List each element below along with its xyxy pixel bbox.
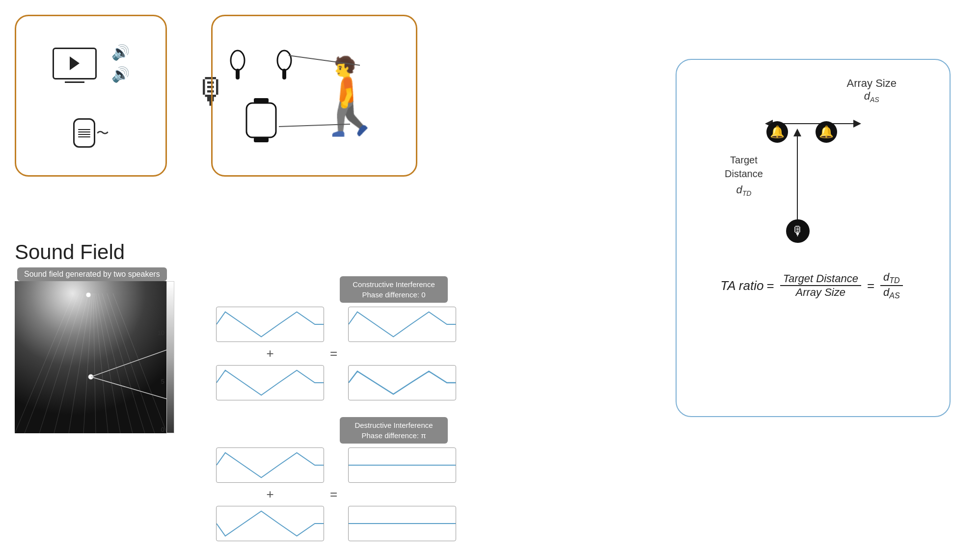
destructive-wave1-row [216,447,456,483]
wave-dresult1-svg [349,448,456,482]
plus-operator: + [216,346,324,361]
ta-ratio-box: Array Size dAS 🔔 🔔 [676,59,951,417]
speaker-line [78,134,90,135]
wave-chart-d-result2 [348,506,456,541]
destructive-op-row: + = [216,487,456,502]
sound-image-container: Sound field generated by two speakers [15,276,177,443]
walking-person-icon: 🚶 [304,59,396,132]
formula-fraction-vars: dTD dAS [880,271,903,301]
formula-var-den: dAS [880,286,903,300]
smart-speaker-container: 〜 [73,118,109,148]
destructive-label-row: Destructive Interference Phase differenc… [216,417,456,444]
wave-chart-c2 [216,365,324,400]
svg-point-24 [86,292,91,297]
colorbar [166,281,174,433]
svg-rect-10 [15,281,167,433]
constructive-label: Constructive Interference Phase differen… [340,276,448,303]
earbud-left-icon [228,47,257,86]
svg-rect-3 [282,69,286,79]
wave-chart-d-result1 [348,447,456,483]
constructive-wave2-row [216,365,456,400]
sound-field-content: Sound field generated by two speakers [15,276,456,541]
sound-field-section: Sound Field Sound field generated by two… [15,240,456,541]
formula-fraction-words: Target Distance Array Size [780,272,861,299]
target-distance-var: dTD [725,183,763,199]
speaker-wave-icon: 〜 [96,125,109,142]
wave-c2-svg [217,366,324,400]
target-distance-label: Target Distance dTD [725,153,763,199]
speaker-line [78,131,90,132]
wave-cresult1-svg [349,307,456,342]
formula-eq2: = [867,278,874,293]
wave-cresult2-svg [349,366,456,400]
svg-rect-6 [254,137,269,142]
smart-speaker-row: 〜 [73,118,109,148]
colorbar-container: 15 10 5 0 [158,281,174,433]
speaker-left-badge: 🔔 [766,121,788,143]
wave-charts: Constructive Interference Phase differen… [216,276,456,541]
ta-diagram: Array Size dAS 🔔 🔔 [720,75,906,261]
colorbar-low: 5 [158,378,164,385]
colorbar-mid: 10 [158,329,164,337]
constructive-op-row: + = [216,346,456,361]
formula-row: TA ratio = Target Distance Array Size = … [720,271,905,301]
wave-d2-svg [217,506,324,541]
colorbar-min: 0 [158,426,164,433]
wave-chart-c-result1 [348,307,456,342]
svg-point-2 [277,51,291,70]
wave-dresult2-svg [349,506,456,541]
destructive-label: Destructive Interference Phase differenc… [340,417,448,444]
device-box: 🔊 🔊 〜 [15,15,167,177]
wave-chart-c-result2 [348,365,456,400]
speaker-lines [78,129,90,137]
equals-operator: = [330,346,336,361]
svg-rect-1 [236,69,240,79]
wearable-box: 🚶 [211,15,417,177]
speaker-left-icon: 🔔 [766,121,788,143]
formula-prefix: TA ratio [720,278,763,293]
wave-d1-svg [217,448,324,482]
earbuds-group [228,47,294,86]
speaker-icon-1: 🔊 [111,44,130,61]
wave-chart-d1 [216,447,324,483]
tv-icon [53,48,97,79]
sound-field-badge: Sound field generated by two speakers [17,267,167,281]
watch-icon [242,96,281,145]
sound-field-image [15,281,167,433]
wearable-devices [228,47,294,145]
formula-var-num: dTD [880,271,903,286]
speaker-right-icon: 🔔 [816,121,837,143]
microphone-badge: 🎙 [786,219,810,243]
speaker-line [78,129,90,130]
sound-field-title: Sound Field [15,240,456,264]
smart-speaker-body [73,118,95,148]
wave-chart-c1 [216,307,324,342]
spacer-row1 [216,404,456,413]
destructive-wave2-row [216,506,456,541]
svg-point-0 [231,51,245,70]
svg-rect-5 [246,103,276,137]
earbud-right-icon [265,47,294,86]
array-size-label: Array Size dAS [847,77,897,104]
speaker-right-badge: 🔔 [816,121,837,143]
ta-formula: TA ratio = Target Distance Array Size = … [720,271,905,301]
colorbar-max: 15 [158,281,164,289]
formula-eq1: = [766,278,774,293]
devices-row: 🔊 🔊 [53,44,130,83]
array-size-var: dAS [847,90,897,104]
plus-operator2: + [216,487,324,502]
colorbar-labels: 15 10 5 0 [158,281,164,433]
equals-operator2: = [330,487,336,502]
mic-badge-icon: 🎙 [786,219,810,243]
volume-icons: 🔊 🔊 [111,44,130,83]
play-icon [70,56,80,70]
constructive-wave1-row [216,307,456,342]
wave-chart-d2 [216,506,324,541]
wave-c1-svg [217,307,324,342]
constructive-label-row: Constructive Interference Phase differen… [216,276,456,303]
speaker-icon-2: 🔊 [111,66,130,83]
speaker-line [78,136,90,137]
